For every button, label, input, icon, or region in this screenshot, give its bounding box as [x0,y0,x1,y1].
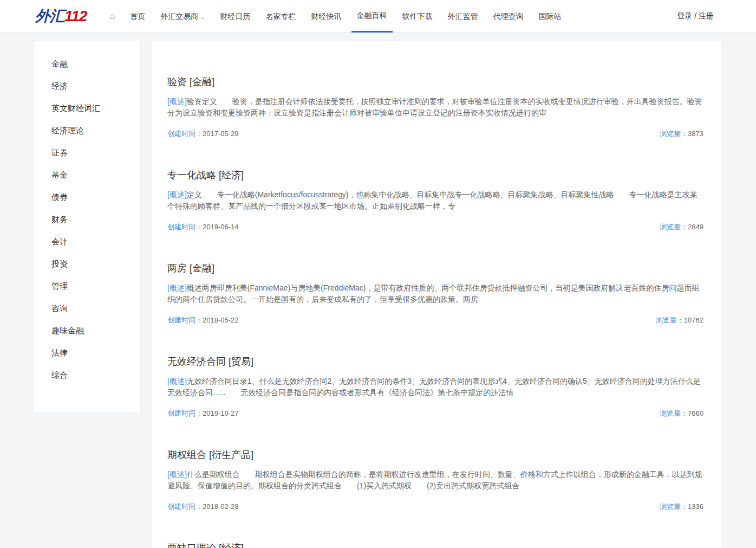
created-date: 创建时间：2018-02-28 [167,502,239,512]
overview-tag: [概述] [167,190,187,199]
article-summary: [概述]无效经济合同目录1、什么是无效经济合同2、无效经济合同的条件3、无效经济… [167,376,703,398]
article-meta: 创建时间：2018-02-28 浏览量：1336 [167,502,703,512]
nav-item-financial-news[interactable]: 财经快讯 [306,0,347,33]
article-item: 期权组合 [衍生产品] [概述]什么是期权组合 期权组合是实物期权组合的简称，是… [167,448,703,512]
article-summary: [概述]概述两房即房利美(FannieMae)与房地美(FreddieMac)，… [167,282,703,305]
article-summary: [概述]定义 专一化战略(Marketfocus/focusstrategy)，… [167,189,703,212]
article-meta: 创建时间：2019-10-27 浏览量：7660 [167,409,703,418]
login-register-link[interactable]: 登录 / 注册 [677,11,756,21]
nav-item-financial-wiki[interactable]: 金融百科 [351,0,393,33]
logo-text-red: 112 [64,8,87,24]
article-item: 无效经济合同 [贸易] [概述]无效经济合同目录1、什么是无效经济合同2、无效经… [167,355,703,418]
sidebar-item-finance[interactable]: 金融 [34,53,140,75]
sidebar-item-english-financial-terms[interactable]: 英文财经词汇 [34,98,140,120]
created-date: 创建时间：2019-06-14 [167,222,239,232]
article-title[interactable]: 期权组合 [衍生产品] [167,448,703,462]
view-count: 浏览量：1336 [660,502,703,512]
nav-item-forex-regulation[interactable]: 外汇监管 [442,0,484,33]
created-date: 创建时间：2018-05-22 [167,315,239,325]
view-count: 浏览量：10762 [656,315,703,325]
view-count: 浏览量：2849 [660,222,703,232]
chevron-down-icon: ⌄ [200,14,205,20]
sidebar-item-fun-finance[interactable]: 趣味金融 [34,320,140,342]
main-nav: ⌂ 首页 外汇交易商⌄ 财经日历 名家专栏 财经快讯 金融百科 软件下载 外汇监… [102,0,569,33]
nav-item-agent-query[interactable]: 代理查询 [488,0,529,33]
home-icon: ⌂ [110,11,115,21]
article-item: 两房 [金融] [概述]概述两房即房利美(FannieMae)与房地美(Fred… [167,262,703,325]
article-meta: 创建时间：2017-05-29 浏览量：3873 [167,129,703,139]
sidebar-item-misc[interactable]: 综合 [34,364,140,386]
nav-item-software-download[interactable]: 软件下载 [397,0,438,33]
article-item-partial: 两缺口理论 [经济] [167,541,703,548]
overview-tag: [概述] [167,283,187,292]
created-date: 创建时间：2017-05-29 [167,129,239,139]
page-content: 金融 经济 英文财经词汇 经济理论 证券 基金 债券 财务 会计 投资 管理 咨… [0,33,756,548]
article-summary: [概述]什么是期权组合 期权组合是实物期权组合的简称，是将期权进行改造重组，在发… [167,469,703,492]
article-title[interactable]: 两缺口理论 [经济] [167,541,703,548]
article-meta: 创建时间：2018-05-22 浏览量：10762 [167,315,703,325]
sidebar-item-consulting[interactable]: 咨询 [34,298,140,320]
nav-item-expert-columns[interactable]: 名家专栏 [260,0,302,33]
sidebar-item-securities[interactable]: 证券 [34,142,140,164]
article-summary: [概述]验资定义 验资，是指注册会计师依法接受委托，按照独立审计准则的要求，对被… [167,96,703,119]
logo-text-blue: 外汇 [35,8,64,24]
category-sidebar: 金融 经济 英文财经词汇 经济理论 证券 基金 债券 财务 会计 投资 管理 咨… [34,41,141,413]
nav-item-international[interactable]: 国际站 [533,0,567,33]
article-title[interactable]: 两房 [金融] [167,262,703,275]
sidebar-item-economic-theory[interactable]: 经济理论 [34,120,140,142]
sidebar-item-law[interactable]: 法律 [34,342,140,364]
article-title[interactable]: 验资 [金融] [167,75,703,89]
sidebar-item-economy[interactable]: 经济 [34,75,140,98]
article-item: 验资 [金融] [概述]验资定义 验资，是指注册会计师依法接受委托，按照独立审计… [167,75,703,139]
sidebar-item-management[interactable]: 管理 [34,275,140,298]
sidebar-item-investment[interactable]: 投资 [34,253,140,275]
site-logo[interactable]: 外汇112 [35,6,87,27]
overview-tag: [概述] [167,97,187,106]
article-title[interactable]: 无效经济合同 [贸易] [167,355,703,369]
sidebar-item-accounting[interactable]: 会计 [34,231,140,253]
nav-home-icon-button[interactable]: ⌂ [105,0,121,33]
nav-item-home[interactable]: 首页 [125,0,151,33]
article-meta: 创建时间：2019-06-14 浏览量：2849 [167,222,703,232]
article-title[interactable]: 专一化战略 [经济] [167,169,703,182]
sidebar-item-bonds[interactable]: 债券 [34,186,140,209]
sidebar-item-funds[interactable]: 基金 [34,164,140,186]
overview-tag: [概述] [167,470,187,479]
overview-tag: [概述] [167,377,187,385]
view-count: 浏览量：3873 [660,129,703,139]
created-date: 创建时间：2019-10-27 [167,409,239,418]
article-list: 验资 [金融] [概述]验资定义 验资，是指注册会计师依法接受委托，按照独立审计… [152,41,721,548]
nav-item-financial-calendar[interactable]: 财经日历 [215,0,256,33]
view-count: 浏览量：7660 [660,409,703,418]
sidebar-item-finance-accounting[interactable]: 财务 [34,209,140,231]
nav-item-forex-brokers[interactable]: 外汇交易商⌄ [155,0,210,33]
top-navbar: 外汇112 ⌂ 首页 外汇交易商⌄ 财经日历 名家专栏 财经快讯 金融百科 软件… [0,0,756,33]
article-item: 专一化战略 [经济] [概述]定义 专一化战略(Marketfocus/focu… [167,169,703,232]
